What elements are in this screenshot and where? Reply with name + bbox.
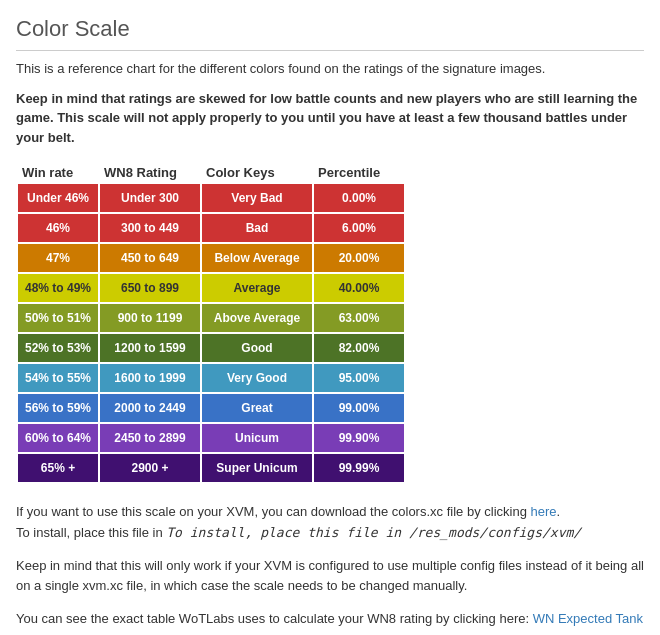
wn-expected-link[interactable]: WN Expected Tank <box>533 611 643 626</box>
footer-line3: Keep in mind that this will only work if… <box>16 556 644 598</box>
color-scale-table: Win rate WN8 Rating Color Keys Percentil… <box>16 161 406 486</box>
warning-text: Keep in mind that ratings are skewed for… <box>16 89 644 148</box>
header-colorkey: Color Keys <box>202 163 312 182</box>
table-body: Under 46%Under 300Very Bad0.00%46%300 to… <box>18 184 404 482</box>
table-row: 47%450 to 649Below Average20.00% <box>18 244 404 272</box>
table-row: 52% to 53%1200 to 1599Good82.00% <box>18 334 404 362</box>
table-header-row: Win rate WN8 Rating Color Keys Percentil… <box>18 163 404 182</box>
footer-line4: You can see the exact table WoTLabs uses… <box>16 609 644 630</box>
table-row: Under 46%Under 300Very Bad0.00% <box>18 184 404 212</box>
footer-text-1a: If you want to use this scale on your XV… <box>16 504 530 519</box>
table-row: 60% to 64%2450 to 2899Unicum99.90% <box>18 424 404 452</box>
footer-text-2: To install, place this file in <box>16 525 166 540</box>
page-title: Color Scale <box>16 16 644 51</box>
footer-section-3: You can see the exact table WoTLabs uses… <box>16 609 644 630</box>
colors-xc-link[interactable]: here <box>530 504 556 519</box>
header-winrate: Win rate <box>18 163 98 182</box>
table-row: 48% to 49%650 to 899Average40.00% <box>18 274 404 302</box>
footer-text-1c: . <box>557 504 561 519</box>
table-row: 54% to 55%1600 to 1999Very Good95.00% <box>18 364 404 392</box>
footer-line2: To install, place this file in To instal… <box>16 523 644 544</box>
footer-line1: If you want to use this scale on your XV… <box>16 502 644 523</box>
intro-text: This is a reference chart for the differ… <box>16 59 644 79</box>
install-path: To install, place this file in /res_mods… <box>166 525 581 540</box>
table-row: 46%300 to 449Bad6.00% <box>18 214 404 242</box>
table-row: 50% to 51%900 to 1199Above Average63.00% <box>18 304 404 332</box>
footer-section: If you want to use this scale on your XV… <box>16 502 644 544</box>
table-row: 56% to 59%2000 to 2449Great99.00% <box>18 394 404 422</box>
header-percentile: Percentile <box>314 163 404 182</box>
footer-section-2: Keep in mind that this will only work if… <box>16 556 644 598</box>
footer-text-4a: You can see the exact table WoTLabs uses… <box>16 611 533 626</box>
table-row: 65% +2900 +Super Unicum99.99% <box>18 454 404 482</box>
header-wn8: WN8 Rating <box>100 163 200 182</box>
